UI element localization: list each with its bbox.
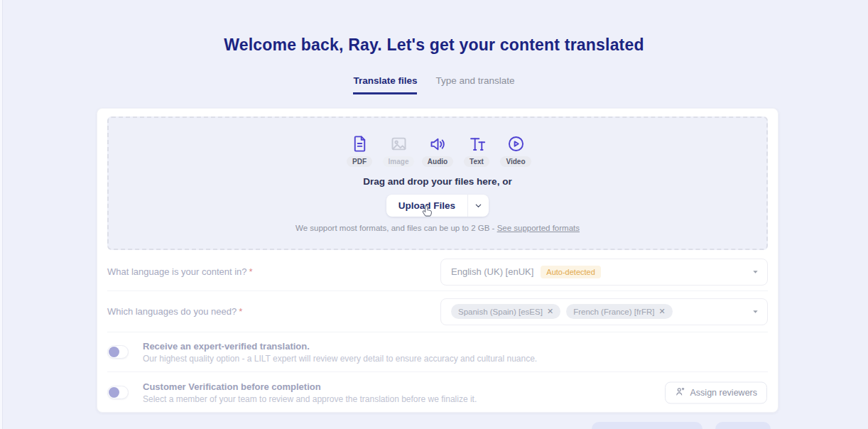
support-text: We support most formats, and files can b… (295, 224, 497, 232)
page-title: Welcome back, Ray. Let's get your conten… (0, 36, 868, 55)
file-type-text: Text (461, 134, 492, 167)
file-type-audio: Audio (422, 134, 453, 167)
file-type-label: Video (500, 156, 531, 167)
tab-bar: Translate files Type and translate (0, 75, 868, 94)
file-type-label: Text (464, 156, 489, 167)
see-supported-formats-link[interactable]: See supported formats (497, 224, 580, 232)
target-languages-label: Which languages do you need?* (107, 306, 242, 317)
translate-card: PDF Image Audio (97, 108, 779, 413)
pdf-file-icon (350, 134, 369, 153)
toggle-knob (109, 387, 119, 398)
chip-label: Spanish (Spain) [esES] (458, 308, 543, 316)
file-type-pdf: PDF (344, 134, 375, 167)
source-language-row: What language is your content in?* Engli… (107, 253, 768, 290)
language-chip-spanish[interactable]: Spanish (Spain) [esES] ✕ (451, 304, 560, 319)
upload-files-split-button: Upload Files (386, 195, 489, 217)
target-languages-row: Which languages do you need?* Spanish (S… (107, 291, 768, 332)
customer-verification-toggle[interactable] (107, 386, 129, 399)
target-languages-multiselect[interactable]: Spanish (Spain) [esES] ✕ French (France)… (440, 298, 768, 325)
required-asterisk: * (249, 266, 253, 277)
audio-file-icon (428, 134, 447, 153)
file-type-video: Video (500, 134, 531, 167)
file-type-image: Image (383, 134, 414, 167)
option-title: Receive an expert-verified translation. (143, 341, 537, 352)
image-file-icon (389, 134, 408, 153)
option-text: Customer Verification before completion … (143, 381, 477, 404)
tab-translate-files[interactable]: Translate files (353, 75, 417, 94)
supported-file-types: PDF Image Audio (344, 134, 531, 167)
required-asterisk: * (239, 306, 242, 317)
person-plus-icon (675, 386, 685, 399)
chevron-down-icon (752, 268, 759, 276)
option-description: Select a member of your team to review a… (143, 394, 477, 404)
tab-type-and-translate[interactable]: Type and translate (435, 75, 514, 94)
drag-drop-text: Drag and drop your files here, or (363, 176, 511, 187)
option-description: Our highest quality option - a LILT expe… (143, 354, 537, 364)
expert-verified-option-row: Receive an expert-verified translation. … (107, 332, 768, 371)
file-type-label: Image (383, 156, 415, 167)
file-type-label: Audio (422, 156, 453, 167)
file-type-label: PDF (347, 156, 372, 167)
assign-reviewers-label: Assign reviewers (690, 388, 757, 398)
collapsed-sidebar-edge (0, 0, 3, 429)
option-text: Receive an expert-verified translation. … (143, 341, 537, 364)
upload-files-button[interactable]: Upload Files (386, 195, 467, 217)
chevron-down-icon (474, 200, 482, 212)
auto-detected-badge: Auto-detected (541, 266, 601, 278)
label-text: Which languages do you need? (107, 306, 237, 317)
video-file-icon (506, 134, 526, 153)
assign-reviewers-button[interactable]: Assign reviewers (665, 381, 767, 403)
text-file-icon (467, 134, 487, 153)
label-text: What language is your content in? (107, 266, 247, 277)
expert-verified-toggle[interactable] (107, 345, 129, 359)
source-language-select[interactable]: English (UK) [enUK] Auto-detected (440, 259, 768, 286)
footer-button-partial-left[interactable] (592, 422, 702, 429)
remove-chip-icon[interactable]: ✕ (547, 307, 553, 316)
chevron-down-icon (752, 308, 759, 315)
footer-button-partial-right[interactable] (715, 422, 771, 429)
file-dropzone[interactable]: PDF Image Audio (107, 116, 768, 250)
remove-chip-icon[interactable]: ✕ (659, 307, 666, 316)
support-formats-text: We support most formats, and files can b… (295, 224, 580, 232)
toggle-knob (109, 347, 119, 357)
chip-label: French (France) [frFR] (573, 308, 654, 316)
selected-language-chips: Spanish (Spain) [esES] ✕ French (France)… (451, 304, 673, 319)
source-language-value: English (UK) [enUK] (451, 266, 533, 277)
option-title: Customer Verification before completion (143, 381, 477, 392)
language-chip-french[interactable]: French (France) [frFR] ✕ (566, 304, 673, 319)
upload-options-button[interactable] (468, 195, 489, 217)
customer-verification-option-row: Customer Verification before completion … (107, 372, 768, 413)
source-language-label: What language is your content in?* (107, 266, 253, 277)
